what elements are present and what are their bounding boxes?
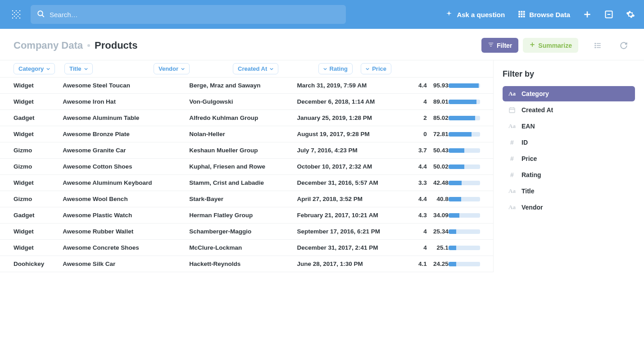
svg-rect-31 xyxy=(597,43,601,44)
breadcrumb-root[interactable]: Company Data xyxy=(14,40,83,51)
chevron-down-icon xyxy=(270,67,273,71)
browse-data-button[interactable]: Browse Data xyxy=(517,10,570,19)
cell-vendor: Hackett-Reynolds xyxy=(189,256,297,272)
cell-rating: 3.7 xyxy=(415,142,427,159)
hash-icon: # xyxy=(508,155,516,162)
table-row[interactable]: GizmoAwesome Cotton ShoesKuphal, Friesen… xyxy=(0,159,493,175)
cell-created-at: February 21, 2017, 10:21 AM xyxy=(297,207,415,224)
filter-panel: Filter by AaCategoryCreated AtAaEAN#ID#P… xyxy=(493,60,644,272)
svg-point-3 xyxy=(14,12,15,14)
cell-vendor: Herman Flatley Group xyxy=(189,207,297,224)
create-button[interactable] xyxy=(583,10,592,19)
svg-rect-21 xyxy=(518,15,520,17)
filter-field-ean[interactable]: AaEAN xyxy=(503,119,635,134)
cell-category: Widget xyxy=(0,224,63,240)
cell-vendor: Nolan-Heller xyxy=(189,126,297,142)
cell-price-bar xyxy=(449,207,493,224)
svg-point-12 xyxy=(19,18,21,19)
cell-vendor: Von-Gulgowski xyxy=(189,94,297,110)
cell-price: 85.02 xyxy=(427,110,449,126)
filter-panel-heading: Filter by xyxy=(503,69,635,79)
cell-title: Awesome Cotton Shoes xyxy=(63,159,189,175)
filter-field-price[interactable]: #Price xyxy=(503,151,635,166)
table-row[interactable]: WidgetAwesome Aluminum KeyboardStamm, Cr… xyxy=(0,175,493,191)
cell-price: 50.43 xyxy=(427,142,449,159)
svg-point-10 xyxy=(12,18,14,19)
table-row[interactable]: GadgetAwesome Aluminum TableAlfredo Kuhl… xyxy=(0,110,493,126)
cell-title: Awesome Bronze Plate xyxy=(63,126,189,142)
cell-price-bar xyxy=(449,240,493,256)
svg-rect-36 xyxy=(509,108,515,113)
cell-rating: 4.3 xyxy=(415,207,427,224)
filter-field-rating[interactable]: #Rating xyxy=(503,167,635,183)
collection-button[interactable] xyxy=(604,10,613,19)
svg-rect-18 xyxy=(518,13,520,15)
cell-category: Doohickey xyxy=(0,256,63,272)
column-header-created-at[interactable]: Created At xyxy=(233,63,278,74)
column-header-vendor[interactable]: Vendor xyxy=(154,63,190,74)
filter-field-title[interactable]: AaTitle xyxy=(503,183,635,199)
cell-title: Awesome Steel Toucan xyxy=(63,78,189,94)
table-row[interactable]: GadgetAwesome Plastic WatchHerman Flatle… xyxy=(0,207,493,224)
ask-question-button[interactable]: Ask a question xyxy=(445,10,505,19)
cell-rating: 4 xyxy=(415,224,427,240)
table-row[interactable]: WidgetAwesome Iron HatVon-GulgowskiDecem… xyxy=(0,94,493,110)
text-icon: Aa xyxy=(508,90,516,97)
svg-point-1 xyxy=(16,10,17,12)
display-settings-button[interactable] xyxy=(591,39,604,52)
svg-rect-35 xyxy=(597,47,601,48)
table-row[interactable]: WidgetAwesome Rubber WalletSchamberger-M… xyxy=(0,224,493,240)
search-input[interactable] xyxy=(50,11,340,18)
cell-price-bar xyxy=(449,78,493,94)
topbar: Ask a question Browse Data xyxy=(0,0,644,29)
cell-category: Gizmo xyxy=(0,159,63,175)
filter-field-label: Rating xyxy=(522,171,541,178)
column-header-price[interactable]: Price xyxy=(361,63,391,74)
cell-created-at: December 31, 2017, 2:41 PM xyxy=(297,240,415,256)
chevron-down-icon xyxy=(84,67,88,71)
summarize-button[interactable]: Summarize xyxy=(523,38,578,53)
cell-created-at: July 7, 2016, 4:23 PM xyxy=(297,142,415,159)
filter-icon xyxy=(488,41,494,49)
cell-price: 24.25 xyxy=(427,256,449,272)
svg-point-5 xyxy=(12,14,14,15)
calendar-icon xyxy=(508,106,516,114)
text-icon: Aa xyxy=(508,204,516,211)
data-table-area: Category Title Vendor Created At xyxy=(0,60,493,272)
cell-vendor: Berge, Mraz and Sawayn xyxy=(189,78,297,94)
table-row[interactable]: WidgetAwesome Bronze PlateNolan-HellerAu… xyxy=(0,126,493,142)
filter-field-vendor[interactable]: AaVendor xyxy=(503,200,635,215)
table-row[interactable]: GizmoAwesome Granite CarKeshaun Mueller … xyxy=(0,142,493,159)
column-header-title[interactable]: Title xyxy=(64,63,93,74)
cell-category: Gadget xyxy=(0,110,63,126)
filter-field-category[interactable]: AaCategory xyxy=(503,86,635,101)
filter-field-id[interactable]: #ID xyxy=(503,135,635,150)
column-header-rating[interactable]: Rating xyxy=(318,63,353,74)
search-box[interactable] xyxy=(31,5,346,24)
column-header-category[interactable]: Category xyxy=(14,63,55,74)
table-row[interactable]: WidgetAwesome Steel ToucanBerge, Mraz an… xyxy=(0,78,493,94)
cell-vendor: McClure-Lockman xyxy=(189,240,297,256)
cell-price: 89.01 xyxy=(427,94,449,110)
cell-rating: 4 xyxy=(415,94,427,110)
svg-point-6 xyxy=(16,14,17,15)
svg-point-9 xyxy=(18,16,19,17)
table-row[interactable]: DoohickeyAwesome Silk CarHackett-Reynold… xyxy=(0,256,493,272)
app-logo[interactable] xyxy=(9,7,23,22)
cell-rating: 2 xyxy=(415,110,427,126)
breadcrumb-separator xyxy=(87,44,90,47)
refresh-button[interactable] xyxy=(617,39,630,52)
cell-price-bar xyxy=(449,159,493,175)
filter-field-created-at[interactable]: Created At xyxy=(503,102,635,118)
cell-category: Widget xyxy=(0,240,63,256)
cell-vendor: Stark-Bayer xyxy=(189,191,297,207)
cell-created-at: January 25, 2019, 1:28 PM xyxy=(297,110,415,126)
hash-icon: # xyxy=(508,139,516,146)
table-row[interactable]: WidgetAwesome Concrete ShoesMcClure-Lock… xyxy=(0,240,493,256)
filter-field-label: Price xyxy=(522,155,537,162)
settings-button[interactable] xyxy=(626,10,635,19)
table-row[interactable]: GizmoAwesome Wool BenchStark-BayerApril … xyxy=(0,191,493,207)
filter-button[interactable]: Filter xyxy=(481,38,518,53)
svg-rect-22 xyxy=(521,15,523,17)
svg-line-14 xyxy=(42,15,44,17)
